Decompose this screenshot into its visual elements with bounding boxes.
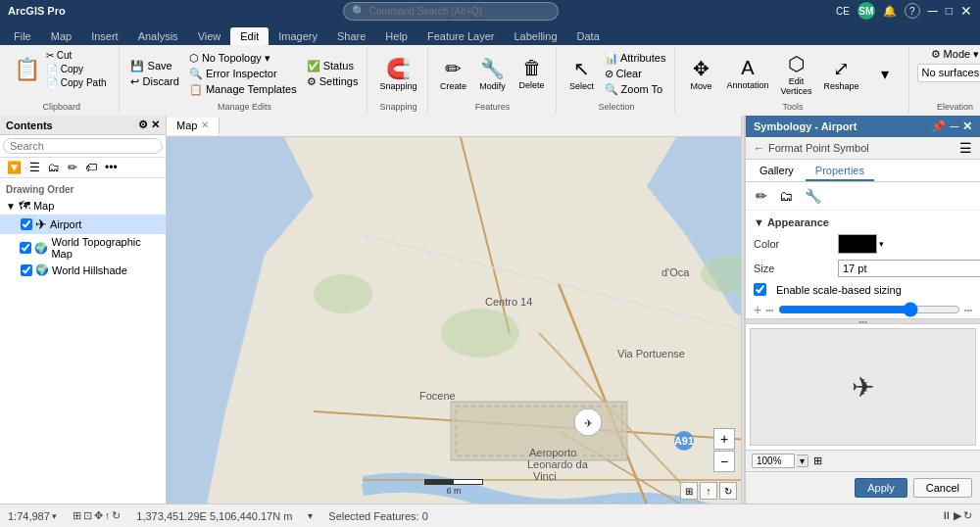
map-tab-close-icon[interactable]: ✕ [201, 120, 209, 130]
tree-item-hillshade[interactable]: 🌍 World Hillshade [0, 262, 166, 278]
ribbon-tab-share[interactable]: Share [327, 27, 375, 45]
ribbon-tab-labelling[interactable]: Labelling [504, 27, 566, 45]
tab-gallery[interactable]: Gallery [750, 162, 804, 181]
manage-templates-button[interactable]: 📋 Manage Templates [186, 82, 300, 97]
scale-sizing-checkbox[interactable] [754, 283, 766, 296]
cancel-button[interactable]: Cancel [913, 478, 972, 498]
panel-filter-icon[interactable]: ⚙ [138, 119, 148, 131]
sym-wrench-tool[interactable]: 🔧 [801, 186, 825, 206]
ribbon-tab-analysis[interactable]: Analysis [128, 27, 188, 45]
airport-checkbox[interactable] [21, 218, 32, 230]
zoom-scale-icon[interactable]: ⊡ [83, 509, 92, 522]
no-topology-button[interactable]: ⬡ No Topology ▾ [186, 51, 300, 66]
sym-minimize-icon[interactable]: ─ [950, 120, 958, 133]
filter-icon[interactable]: 🔽 [4, 160, 24, 175]
select-button[interactable]: ↖ Select [564, 55, 600, 93]
ribbon-tab-data[interactable]: Data [567, 27, 610, 45]
scale-add-icon[interactable]: + [754, 302, 761, 317]
tree-item-topo[interactable]: 🌍 World Topographic Map [0, 234, 166, 262]
pause-edit-icon[interactable]: ⏸ [941, 509, 952, 522]
color-swatch-container[interactable]: ▾ [838, 234, 884, 254]
play-edit-icon[interactable]: ▶ [954, 509, 961, 522]
close-btn[interactable]: ✕ [960, 3, 972, 19]
north-arrow-btn[interactable]: ↑ [700, 482, 717, 500]
preview-reset-icon[interactable]: ⊞ [813, 455, 822, 467]
no-surfaces-dropdown[interactable]: No surfaces ▾ [917, 64, 980, 82]
tree-item-map[interactable]: ▼ 🗺 Map [0, 197, 166, 215]
scale-slider[interactable] [778, 302, 960, 317]
preview-zoom-dropdown-btn[interactable]: ▾ [797, 455, 808, 467]
apply-button[interactable]: Apply [855, 478, 907, 498]
topo-checkbox[interactable] [20, 242, 31, 254]
reshape-button[interactable]: ⤢ Reshape [819, 55, 862, 93]
north-icon[interactable]: ↑ [105, 509, 111, 522]
cut-button[interactable]: ✂ Cut [43, 49, 109, 62]
command-search-input[interactable] [369, 6, 550, 17]
panel-close-icon[interactable]: ✕ [151, 119, 160, 131]
title-search[interactable]: 🔍 [343, 2, 559, 21]
contents-search-input[interactable] [3, 138, 163, 154]
list-icon[interactable]: ☰ [26, 160, 43, 175]
copy-button[interactable]: 📄 Copy [43, 63, 109, 75]
sym-pencil-tool[interactable]: ✏ [752, 186, 771, 206]
size-input[interactable] [838, 260, 980, 277]
zoom-in-btn[interactable]: + [713, 428, 735, 450]
ribbon-tab-help[interactable]: Help [375, 27, 417, 45]
preview-zoom-input[interactable] [752, 454, 795, 468]
snapping-button[interactable]: 🧲 Snapping [375, 55, 420, 93]
zoom-out-btn[interactable]: − [713, 451, 735, 472]
ribbon-tab-edit[interactable]: Edit [230, 27, 269, 45]
map-canvas[interactable]: A91 SS296 ✈ d'Oca Centro 14 Via della Mu… [167, 137, 741, 503]
discard-button[interactable]: ↩ Discard [127, 74, 181, 89]
edit-vertices-button[interactable]: ⬡ EditVertices [776, 50, 815, 98]
settings-button[interactable]: ⚙ Settings [304, 74, 362, 89]
preview-handle-icon[interactable]: ••• [858, 317, 866, 326]
sym-menu-icon[interactable]: ☰ [959, 140, 972, 156]
ribbon-tab-imagery[interactable]: Imagery [269, 27, 327, 45]
ribbon-tab-view[interactable]: View [188, 27, 231, 45]
save-button[interactable]: 💾 Save [127, 59, 181, 73]
paste-button[interactable]: 📋 ✂ Cut 📄 Copy 📄 Copy Path [10, 47, 113, 91]
bell-icon[interactable]: 🔔 [883, 5, 897, 18]
mode-button[interactable]: ⚙ Mode ▾ [928, 47, 980, 62]
tab-properties[interactable]: Properties [806, 162, 874, 181]
create-button[interactable]: ✏ Create [436, 55, 471, 93]
scale-dropdown-icon[interactable]: ▾ [52, 511, 57, 521]
sync-btn[interactable]: ↻ [719, 482, 737, 500]
help-icon[interactable]: ? [905, 3, 920, 19]
clear-button[interactable]: ⊘ Clear [602, 67, 669, 81]
sym-pin-icon[interactable]: 📌 [931, 120, 946, 133]
grid-view-icon[interactable]: ⊞ [73, 509, 81, 522]
move-button[interactable]: ✥ Move [683, 55, 718, 93]
annotation-button[interactable]: A Annotation [722, 55, 772, 92]
ribbon-tab-file[interactable]: File [4, 27, 41, 45]
hillshade-checkbox[interactable] [21, 264, 32, 276]
appearance-section[interactable]: ▼ Appearance [754, 216, 972, 228]
color-dropdown-icon[interactable]: ▾ [879, 239, 884, 249]
attributes-button[interactable]: 📊 Attributes [602, 51, 669, 66]
map-tab[interactable]: Map ✕ [167, 118, 220, 135]
tag-icon[interactable]: 🏷 [82, 160, 100, 175]
breadcrumb-back-icon[interactable]: ← [754, 142, 764, 154]
more-tools-button[interactable]: ▾ [867, 63, 903, 85]
pan-icon[interactable]: ✥ [94, 509, 103, 522]
sym-layers-tool[interactable]: 🗂 [775, 186, 797, 206]
tree-item-airport[interactable]: ✈ Airport [0, 215, 166, 234]
pencil-icon[interactable]: ✏ [65, 160, 80, 175]
delete-button[interactable]: 🗑 Delete [514, 55, 550, 92]
status-button[interactable]: ✅ Status [304, 59, 362, 73]
modify-button[interactable]: 🔧 Modify [475, 55, 511, 93]
color-swatch[interactable] [838, 234, 877, 254]
layers-icon[interactable]: 🗂 [45, 160, 63, 175]
coordinate-system-icon[interactable]: ▾ [308, 510, 313, 521]
sym-close-icon[interactable]: ✕ [962, 120, 972, 133]
more-icon[interactable]: ••• [102, 160, 121, 175]
restore-btn[interactable]: □ [946, 4, 953, 18]
ribbon-tab-insert[interactable]: Insert [81, 27, 128, 45]
user-sm[interactable]: SM [858, 2, 875, 20]
grid-btn[interactable]: ⊞ [680, 482, 698, 500]
zoom-to-button[interactable]: 🔍 Zoom To [602, 82, 669, 97]
refresh-icon[interactable]: ↻ [963, 509, 972, 522]
copy-path-button[interactable]: 📄 Copy Path [43, 76, 109, 89]
ribbon-tab-feature-layer[interactable]: Feature Layer [417, 27, 504, 45]
